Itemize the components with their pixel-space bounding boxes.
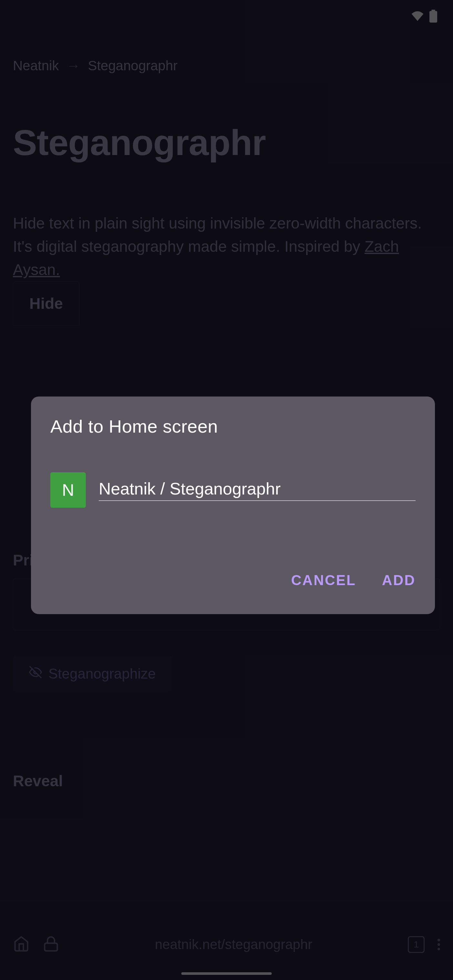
shortcut-name-input[interactable]: [99, 479, 416, 498]
add-button[interactable]: ADD: [382, 572, 416, 588]
site-favicon: N: [50, 472, 86, 508]
dialog-title: Add to Home screen: [50, 416, 416, 437]
favicon-letter: N: [62, 480, 74, 500]
cancel-button[interactable]: CANCEL: [291, 572, 356, 588]
shortcut-name-field[interactable]: [99, 479, 416, 501]
add-to-home-dialog: Add to Home screen N CANCEL ADD: [31, 396, 435, 614]
